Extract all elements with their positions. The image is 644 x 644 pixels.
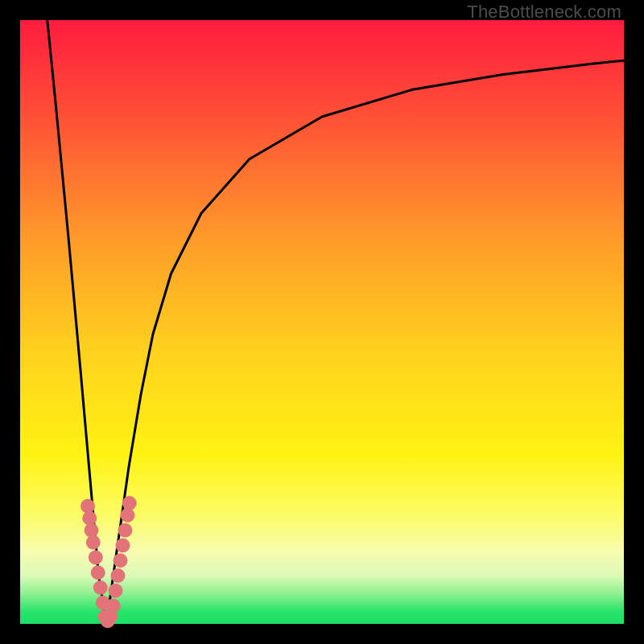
chart-svg [20, 20, 624, 624]
attribution-label: TheBottleneck.com [467, 2, 621, 23]
left-cluster-marker [89, 551, 103, 565]
plot-area [20, 20, 624, 624]
right-cluster-marker [109, 584, 123, 598]
left-cluster-marker [93, 580, 108, 595]
right-cluster-marker [114, 553, 128, 568]
right-cluster-marker [111, 568, 126, 583]
left-cluster-marker [91, 565, 105, 580]
curve-right-branch [106, 60, 624, 624]
marker-group [80, 496, 137, 628]
right-cluster-marker [116, 539, 130, 553]
curve-group [47, 20, 624, 624]
left-cluster-marker [86, 535, 101, 550]
right-cluster-marker [122, 496, 137, 510]
right-cluster-marker [118, 523, 133, 538]
right-cluster-marker [106, 599, 121, 613]
